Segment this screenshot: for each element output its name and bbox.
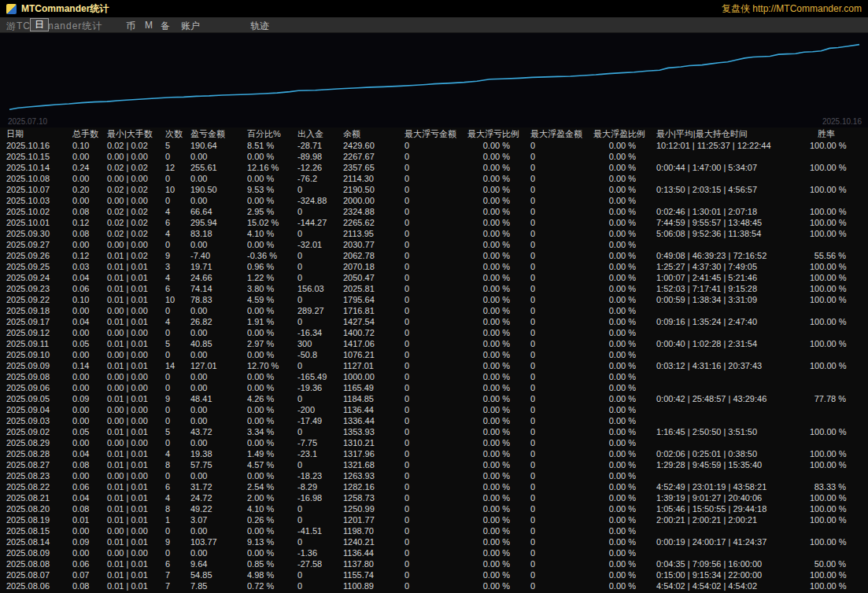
column-header[interactable]: 余额: [340, 127, 401, 140]
table-row[interactable]: 2025.10.080.000.00 | 0.0000.000.00 %-76.…: [0, 173, 868, 184]
table-row[interactable]: 2025.09.080.000.00 | 0.0000.000.00 %-165…: [0, 371, 868, 382]
table-cell: 0.00 %: [590, 547, 653, 558]
table-cell: 100.00 %: [807, 217, 868, 228]
column-header[interactable]: 出入金: [294, 127, 340, 140]
table-cell: 8.51 %: [244, 140, 294, 151]
table-row[interactable]: 2025.08.270.080.01 | 0.01857.754.57 %013…: [0, 459, 868, 470]
table-row[interactable]: 2025.10.030.000.00 | 0.0000.000.00 %-324…: [0, 195, 868, 206]
column-header[interactable]: 总手数: [69, 127, 104, 140]
table-row[interactable]: 2025.08.230.000.00 | 0.0000.000.00 %-18.…: [0, 470, 868, 481]
table-row[interactable]: 2025.09.170.040.01 | 0.01426.821.91 %014…: [0, 316, 868, 327]
table-row[interactable]: 2025.09.060.000.00 | 0.0000.000.00 %-19.…: [0, 382, 868, 393]
table-row[interactable]: 2025.09.020.050.01 | 0.01543.723.34 %013…: [0, 426, 868, 437]
table-row[interactable]: 2025.08.220.060.01 | 0.01631.722.54 %-8.…: [0, 481, 868, 492]
table-row[interactable]: 2025.10.010.120.02 | 0.026295.9415.02 %-…: [0, 217, 868, 228]
table-row[interactable]: 2025.09.110.050.01 | 0.01540.852.97 %300…: [0, 338, 868, 349]
table-row[interactable]: 2025.09.270.000.00 | 0.0000.000.00 %-32.…: [0, 239, 868, 250]
table-cell: 0: [401, 481, 464, 492]
table-cell: [807, 525, 868, 536]
table-cell: 2025.09.11: [0, 338, 69, 349]
table-cell: 0.00 %: [464, 382, 527, 393]
table-row[interactable]: 2025.09.120.000.00 | 0.0000.000.00 %-16.…: [0, 327, 868, 338]
tab-day[interactable]: 日: [30, 18, 49, 31]
column-header[interactable]: 最小|大手数: [104, 127, 162, 140]
table-cell: 0.00 %: [464, 558, 527, 569]
table-row[interactable]: 2025.10.140.240.02 | 0.0212255.6112.16 %…: [0, 162, 868, 173]
column-header[interactable]: 最小|平均|最大持仓时间: [653, 127, 807, 140]
table-row[interactable]: 2025.10.160.100.02 | 0.025190.648.51 %-2…: [0, 140, 868, 151]
table-row[interactable]: 2025.10.070.200.02 | 0.0210190.509.53 %0…: [0, 184, 868, 195]
table-cell: 100.00 %: [807, 569, 868, 580]
table-cell: 24.72: [187, 492, 244, 503]
table-row[interactable]: 2025.09.050.090.01 | 0.01948.414.26 %011…: [0, 393, 868, 404]
table-row[interactable]: 2025.10.150.000.00 | 0.0000.000.00 %-89.…: [0, 151, 868, 162]
table-cell: 0: [162, 371, 187, 382]
table-row[interactable]: 2025.08.150.000.00 | 0.0000.000.00 %-41.…: [0, 525, 868, 536]
table-cell: 2025.10.07: [0, 184, 69, 195]
column-header[interactable]: 日期: [0, 127, 69, 140]
table-row[interactable]: 2025.09.100.000.00 | 0.0000.000.00 %-50.…: [0, 349, 868, 360]
table-cell: 12: [162, 162, 187, 173]
column-header[interactable]: 最大浮盈比例: [590, 127, 653, 140]
column-header[interactable]: 最大浮亏比例: [464, 127, 527, 140]
table-cell: 74.14: [187, 283, 244, 294]
table-cell: 0: [527, 547, 590, 558]
table-row[interactable]: 2025.09.220.100.01 | 0.011078.834.59 %01…: [0, 294, 868, 305]
table-cell: 0.00 %: [244, 349, 294, 360]
table-cell: 0.00 %: [464, 261, 527, 272]
table-cell: -200: [294, 404, 340, 415]
table-cell: 0.00 %: [590, 371, 653, 382]
table-row[interactable]: 2025.09.180.000.00 | 0.0000.000.00 %289.…: [0, 305, 868, 316]
table-row[interactable]: 2025.08.140.090.01 | 0.019103.779.13 %01…: [0, 536, 868, 547]
table-cell: 0.00 | 0.00: [104, 173, 162, 184]
table-cell: 0:00:40 | 1:02:28 | 2:31:54: [653, 338, 807, 349]
table-row[interactable]: 2025.08.200.080.01 | 0.01849.224.10 %012…: [0, 503, 868, 514]
table-cell: 1:00:07 | 2:41:45 | 5:21:46: [653, 272, 807, 283]
table-cell: 0.00 %: [590, 426, 653, 437]
table-cell: 1:29:28 | 9:45:59 | 15:35:40: [653, 459, 807, 470]
table-row[interactable]: 2025.08.090.000.00 | 0.0000.000.00 %-1.3…: [0, 547, 868, 558]
table-cell: 100.00 %: [807, 140, 868, 151]
table-row[interactable]: 2025.08.070.070.01 | 0.01754.854.98 %011…: [0, 569, 868, 580]
table-row[interactable]: 2025.08.080.060.01 | 0.0169.640.85 %-27.…: [0, 558, 868, 569]
column-header[interactable]: 最大浮盈金额: [527, 127, 590, 140]
table-row[interactable]: 2025.08.060.080.01 | 0.0177.850.72 %0110…: [0, 580, 868, 591]
tab-trajectory[interactable]: 轨迹: [250, 20, 269, 33]
table-row[interactable]: 2025.08.210.040.01 | 0.01424.722.00 %-16…: [0, 492, 868, 503]
table-cell: 100.00 %: [807, 162, 868, 173]
column-header[interactable]: 胜率: [807, 127, 868, 140]
table-cell: -28.71: [294, 140, 340, 151]
table-row[interactable]: 2025.09.250.030.01 | 0.01319.710.96 %020…: [0, 261, 868, 272]
table-cell: 9: [162, 250, 187, 261]
column-header[interactable]: 盈亏金额: [187, 127, 244, 140]
table-cell: 4.10 %: [244, 228, 294, 239]
table-row[interactable]: 2025.09.090.140.01 | 0.0114127.0112.70 %…: [0, 360, 868, 371]
tab-note[interactable]: 备: [161, 20, 170, 33]
table-cell: 0: [401, 404, 464, 415]
table-row[interactable]: 2025.09.230.060.01 | 0.01674.143.80 %156…: [0, 283, 868, 294]
table-cell: -165.49: [294, 371, 340, 382]
tab-currency[interactable]: 币: [126, 20, 135, 33]
table-row[interactable]: 2025.08.280.040.01 | 0.01419.381.49 %-23…: [0, 448, 868, 459]
table-cell: 0: [401, 162, 464, 173]
column-header[interactable]: 次数: [162, 127, 187, 140]
table-row[interactable]: 2025.09.300.080.02 | 0.02483.184.10 %021…: [0, 228, 868, 239]
table-row[interactable]: 2025.08.290.000.00 | 0.0000.000.00 %-7.7…: [0, 437, 868, 448]
table-cell: 0: [401, 514, 464, 525]
table-cell: 0: [401, 217, 464, 228]
tab-m[interactable]: M: [145, 20, 153, 31]
column-header[interactable]: 最大浮亏金额: [401, 127, 464, 140]
table-cell: 3.80 %: [244, 283, 294, 294]
table-cell: 0.00 %: [464, 580, 527, 591]
table-row[interactable]: 2025.09.030.000.00 | 0.0000.000.00 %-17.…: [0, 415, 868, 426]
table-row[interactable]: 2025.08.190.010.01 | 0.0113.070.26 %0120…: [0, 514, 868, 525]
table-row[interactable]: 2025.10.020.080.02 | 0.02466.642.95 %023…: [0, 206, 868, 217]
tab-account[interactable]: 账户: [181, 20, 200, 33]
table-cell: [653, 547, 807, 558]
column-header[interactable]: 百分比%: [244, 127, 294, 140]
table-row[interactable]: 2025.09.260.120.01 | 0.029-7.40-0.36 %02…: [0, 250, 868, 261]
table-row[interactable]: 2025.09.240.040.01 | 0.01424.661.22 %020…: [0, 272, 868, 283]
table-cell: 0.00 %: [590, 393, 653, 404]
website-link[interactable]: 复盘侠 http://MTCommander.com: [722, 2, 862, 16]
table-row[interactable]: 2025.09.040.000.00 | 0.0000.000.00 %-200…: [0, 404, 868, 415]
